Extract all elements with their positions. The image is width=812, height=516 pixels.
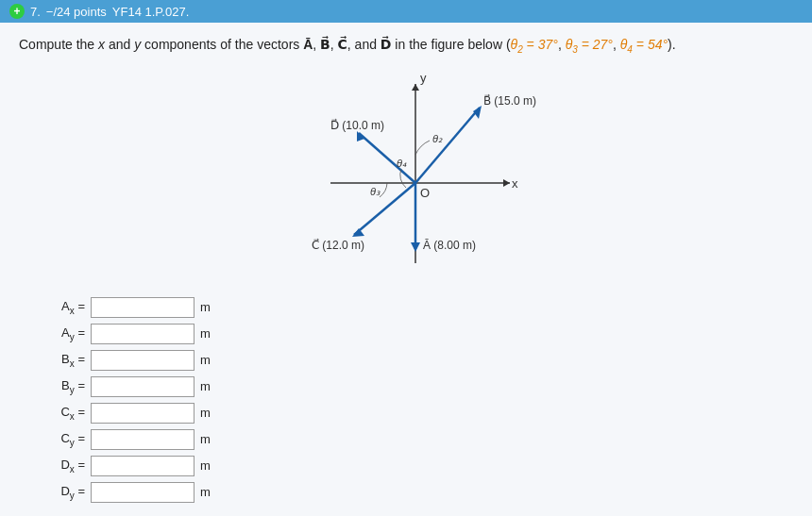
cy-label: Cy = (38, 431, 85, 448)
cx-row: Cx = m (38, 403, 793, 424)
svg-marker-5 (411, 242, 420, 252)
bx-input[interactable] (91, 350, 195, 371)
dy-input[interactable] (91, 482, 195, 503)
dx-label: Dx = (38, 458, 85, 474)
cx-label: Cx = (38, 405, 85, 422)
course-id: YF14 1.P.027. (112, 5, 189, 19)
dy-label: Dy = (38, 484, 85, 501)
main-content: Compute the x and y components of the ve… (0, 23, 812, 516)
cy-input[interactable] (91, 429, 195, 450)
dy-unit: m (200, 485, 211, 499)
problem-statement: Compute the x and y components of the ve… (19, 34, 793, 58)
ax-input[interactable] (91, 297, 195, 318)
x-axis-label: x (512, 176, 518, 191)
problem-number: 7. (30, 5, 41, 19)
by-unit: m (200, 379, 211, 393)
ax-row: Ax = m (38, 297, 793, 318)
svg-marker-9 (352, 228, 364, 237)
bx-unit: m (200, 353, 211, 367)
diagram-svg: O x y Ā (8.00 m) B⃗ (15.0 m) C⃗ (12.0 m) (255, 65, 557, 282)
svg-marker-3 (412, 84, 419, 91)
by-row: By = m (38, 376, 793, 397)
by-label: By = (38, 378, 85, 395)
y-axis-label: y (420, 71, 427, 85)
theta4-angle: θ₄ (397, 158, 407, 169)
dx-unit: m (200, 458, 211, 473)
theta2-angle: θ₂ (432, 133, 443, 144)
dx-row: Dx = m (38, 456, 793, 476)
theta2-value: θ2 = 37° (511, 37, 558, 52)
cy-unit: m (200, 432, 211, 446)
ay-input[interactable] (91, 324, 195, 344)
vector-diagram: O x y Ā (8.00 m) B⃗ (15.0 m) C⃗ (12.0 m) (19, 65, 793, 282)
cx-unit: m (200, 406, 211, 420)
vector-d-label: D⃗ (10.0 m) (330, 118, 384, 132)
svg-line-10 (359, 133, 415, 183)
theta3-angle: θ₃ (370, 186, 381, 197)
theta4-value: θ4 = 54° (620, 37, 668, 52)
dy-row: Dy = m (38, 482, 793, 503)
cx-input[interactable] (91, 403, 195, 424)
inputs-section: Ax = m Ay = m Bx = m By = m Cx = m Cy = (38, 297, 793, 503)
ay-unit: m (200, 326, 211, 341)
svg-marker-7 (473, 106, 482, 119)
cy-row: Cy = m (38, 429, 793, 450)
svg-line-6 (415, 108, 480, 183)
bx-label: Bx = (38, 352, 85, 369)
problem-header: + 7. −/24 points YF14 1.P.027. (0, 0, 812, 23)
ay-label: Ay = (38, 325, 85, 342)
origin-label: O (420, 186, 430, 200)
points-label: −/24 points (46, 5, 107, 19)
plus-icon: + (9, 4, 25, 19)
ax-label: Ax = (38, 299, 85, 316)
dx-input[interactable] (91, 456, 195, 476)
vector-a-label: Ā (8.00 m) (423, 239, 476, 252)
vector-b-label: B⃗ (15.0 m) (483, 93, 536, 108)
vector-c-label: C⃗ (12.0 m) (312, 238, 364, 252)
by-input[interactable] (91, 376, 195, 397)
theta3-value: θ3 = 27° (566, 37, 613, 52)
svg-marker-1 (503, 179, 510, 187)
bx-row: Bx = m (38, 350, 793, 371)
ay-row: Ay = m (38, 324, 793, 344)
ax-unit: m (200, 300, 211, 314)
